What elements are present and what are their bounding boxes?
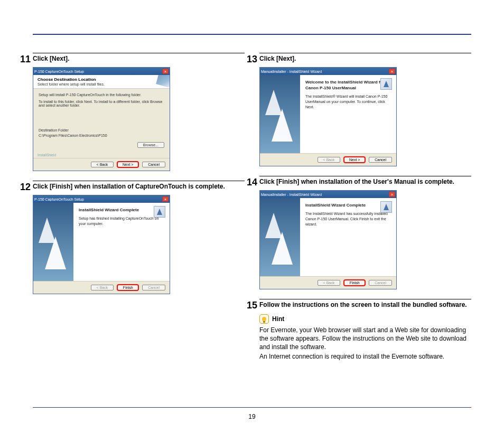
wizard-side-graphic [260, 198, 300, 276]
step-14-screenshot: ManualInstaller - InstallShield Wizard ×… [259, 190, 471, 289]
left-column: 11 Click [Next]. P-150 CaptureOnTouch Se… [33, 53, 245, 395]
next-button-highlight: Next > [117, 161, 139, 168]
step-11-screenshot: P-150 CaptureOnTouch Setup × Choose Dest… [33, 67, 245, 171]
step-12-text: Click [Finish] when installation of Capt… [33, 182, 225, 191]
close-icon[interactable]: × [389, 192, 395, 197]
dialog-title: P-150 CaptureOnTouch Setup [34, 198, 84, 201]
close-icon[interactable]: × [162, 69, 169, 74]
step-11: 11 Click [Next]. P-150 CaptureOnTouch Se… [33, 53, 245, 171]
wizard-logo-icon [380, 201, 392, 213]
cancel-button[interactable]: Cancel [369, 157, 392, 163]
step-13-text: Click [Next]. [259, 54, 296, 63]
close-icon[interactable]: × [162, 196, 169, 202]
wizard-logo-icon [380, 78, 392, 90]
dialog-body-line1: Setup will install P-150 CaptureOnTouch … [39, 93, 164, 97]
step-14-number: 14 [246, 177, 259, 187]
back-button: < Back [318, 157, 341, 163]
step-11-text: Click [Next]. [33, 54, 69, 63]
wizard-body: Welcome to the InstallShield Wizard for … [260, 75, 396, 153]
two-column-layout: 11 Click [Next]. P-150 CaptureOnTouch Se… [33, 53, 471, 395]
step-13-screenshot: ManualInstaller - InstallShield Wizard ×… [259, 67, 471, 166]
back-button: < Back [318, 280, 341, 286]
step-15: 15 Follow the instructions on the screen… [259, 299, 471, 361]
destination-folder-label: Destination Folder [39, 128, 164, 132]
dialog-header-title: Choose Destination Location [38, 77, 165, 82]
dialog-header: Choose Destination Location Select folde… [33, 75, 170, 89]
right-column: 13 Click [Next]. ManualInstaller - Insta… [259, 53, 471, 395]
step-13: 13 Click [Next]. ManualInstaller - Insta… [259, 53, 471, 166]
page-bottom-rule [33, 407, 471, 408]
cancel-button[interactable]: Cancel [142, 162, 165, 167]
wizard-paragraph: The InstallShield Wizard has successfull… [305, 211, 391, 227]
next-button[interactable]: Next > [123, 163, 133, 166]
step-15-number: 15 [246, 300, 259, 310]
install-complete-dialog: P-150 CaptureOnTouch Setup × InstallShie… [33, 195, 170, 294]
step-14-text: Click [Finish] when installation of the … [259, 177, 454, 186]
next-button[interactable]: Next > [349, 158, 360, 162]
wizard-main: InstallShield Wizard Complete Setup has … [73, 203, 170, 281]
dialog-buttons: < Back Finish Cancel [260, 276, 396, 289]
wizard-paragraph: The InstallShield® Wizard will install C… [305, 94, 391, 110]
hint-row: Hint [259, 314, 471, 324]
dialog-titlebar: P-150 CaptureOnTouch Setup × [33, 195, 170, 203]
manual-installer-welcome-dialog: ManualInstaller - InstallShield Wizard ×… [259, 67, 397, 166]
finish-button[interactable]: Finish [350, 281, 360, 285]
close-icon[interactable]: × [389, 69, 395, 74]
next-button-highlight: Next > [343, 156, 366, 163]
cancel-button: Cancel [369, 280, 392, 286]
wizard-title: InstallShield Wizard Complete [305, 202, 391, 208]
step-14: 14 Click [Finish] when installation of t… [259, 176, 471, 289]
hint-label: Hint [272, 315, 284, 323]
page-top-rule [33, 34, 471, 35]
manual-page: 11 Click [Next]. P-150 CaptureOnTouch Se… [0, 0, 504, 432]
hint-lightbulb-icon [259, 314, 269, 324]
wizard-paragraph: Setup has finished installing CaptureOnT… [79, 216, 164, 227]
dialog-body-line2: To install to this folder, click Next. T… [39, 100, 164, 107]
hint-body-2: An Internet connection is required to in… [259, 352, 471, 361]
triangle-icon [45, 237, 66, 269]
back-button[interactable]: < Back [91, 162, 114, 167]
browse-button[interactable]: Browse... [137, 142, 164, 148]
dialog-buttons: < Back Next > Cancel [33, 158, 170, 171]
step-13-head: 13 Click [Next]. [259, 53, 471, 64]
finish-button-highlight: Finish [343, 279, 366, 286]
manual-installer-complete-dialog: ManualInstaller - InstallShield Wizard ×… [259, 190, 397, 289]
step-12-number: 12 [19, 182, 33, 192]
hint-body-1: For Evernote, your Web browser will star… [259, 326, 471, 351]
wizard-logo-icon [154, 206, 165, 218]
triangle-icon [272, 109, 293, 142]
installshield-brand: InstallShield [33, 152, 170, 158]
step-11-head: 11 Click [Next]. [33, 53, 245, 64]
dialog-title: ManualInstaller - InstallShield Wizard [261, 193, 322, 196]
wizard-title: InstallShield Wizard Complete [79, 207, 164, 213]
wizard-title: Welcome to the InstallShield Wizard for … [305, 79, 391, 91]
finish-button-highlight: Finish [117, 284, 139, 291]
dialog-titlebar: ManualInstaller - InstallShield Wizard × [260, 191, 396, 198]
page-number: 19 [0, 413, 504, 420]
install-dialog-choose-destination: P-150 CaptureOnTouch Setup × Choose Dest… [33, 67, 170, 171]
step-12: 12 Click [Finish] when installation of C… [33, 181, 245, 294]
triangle-icon [272, 232, 293, 265]
dialog-title: ManualInstaller - InstallShield Wizard [261, 70, 322, 73]
step-15-head: 15 Follow the instructions on the screen… [259, 299, 471, 310]
wizard-side-graphic [260, 75, 300, 153]
wizard-body: InstallShield Wizard Complete The Instal… [260, 198, 396, 276]
cancel-button: Cancel [142, 285, 165, 290]
dialog-body: Setup will install P-150 CaptureOnTouch … [33, 89, 170, 152]
step-13-number: 13 [246, 54, 259, 64]
dialog-buttons: < Back Finish Cancel [33, 281, 170, 294]
back-button: < Back [91, 285, 114, 290]
destination-folder-path: C:\Program Files\Canon Electronics\P150 [39, 134, 164, 137]
step-14-head: 14 Click [Finish] when installation of t… [259, 176, 471, 187]
step-12-screenshot: P-150 CaptureOnTouch Setup × InstallShie… [33, 195, 245, 294]
step-15-text: Follow the instructions on the screen to… [259, 300, 467, 309]
dialog-header-subtitle: Select folder where setup will install f… [38, 82, 165, 86]
dialog-titlebar: ManualInstaller - InstallShield Wizard × [260, 68, 396, 75]
dialog-titlebar: P-150 CaptureOnTouch Setup × [33, 68, 170, 75]
step-12-head: 12 Click [Finish] when installation of C… [33, 181, 245, 192]
dialog-title: P-150 CaptureOnTouch Setup [34, 70, 84, 73]
wizard-main: InstallShield Wizard Complete The Instal… [300, 198, 396, 276]
finish-button[interactable]: Finish [123, 286, 133, 289]
dialog-buttons: < Back Next > Cancel [260, 153, 396, 166]
wizard-side-graphic [33, 203, 73, 281]
